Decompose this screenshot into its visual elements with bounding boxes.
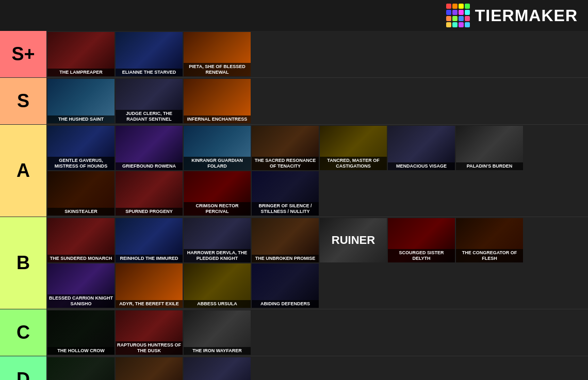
item-label: RAPTUROUS HUNTRESS OF THE DUSK xyxy=(116,341,183,355)
tier-items-a: GENTLE GAVERUS, MISTRESS OF HOUNDSGRIEFB… xyxy=(46,125,588,217)
tier-items-s: THE HUSHED SAINTJUDGE CLERIC, THE RADIAN… xyxy=(46,78,588,124)
tier-label-a: A xyxy=(0,125,46,217)
item-label: RUINER xyxy=(320,233,387,248)
tier-row-c: CTHE HOLLOW CROWRAPTUROUS HUNTRESS OF TH… xyxy=(0,309,588,356)
tier-row-s: STHE HUSHED SAINTJUDGE CLERIC, THE RADIA… xyxy=(0,78,588,125)
item-label: ABBESS URSULA xyxy=(184,300,251,308)
logo-grid-icon xyxy=(446,4,470,27)
logo-text: TiERMAKER xyxy=(475,6,578,25)
tier-item[interactable]: ABIDING DEFENDERS xyxy=(252,263,319,308)
tier-item[interactable]: THE HUSHED SAINT xyxy=(47,79,115,123)
tier-label-d: D xyxy=(0,356,46,380)
tier-item[interactable]: CRIMSON RECTOR PERCIVAL xyxy=(184,171,251,216)
tier-item[interactable]: HARROWER DERVLA, THE PLEDGED KNIGHT xyxy=(184,218,251,262)
tier-item[interactable]: DAMAROSE THE MARKED xyxy=(116,357,183,380)
item-label: REINHOLD THE IMMURED xyxy=(116,255,183,262)
item-label: SKINSTEALER xyxy=(47,208,115,216)
tier-item[interactable]: PIETA, SHE OF BLESSED RENEWAL xyxy=(184,32,251,76)
tier-item[interactable]: THE SACRED RESONANCE OF TENACITY xyxy=(252,126,319,170)
tier-item[interactable]: ELIANNE THE STARVED xyxy=(116,32,183,76)
tier-items-d: ANDREAS OF EBBDAMAROSE THE MARKEDHOLY BU… xyxy=(46,356,588,380)
tier-item[interactable]: THE UNBROKEN PROMISE xyxy=(252,218,319,262)
item-label: THE SACRED RESONANCE OF TENACITY xyxy=(252,157,319,170)
tier-item[interactable]: BLESSED CARRION KNIGHT SANISHO xyxy=(47,263,115,308)
tier-items-b: THE SUNDERED MONARCHREINHOLD THE IMMURED… xyxy=(46,217,588,309)
item-label: BRINGER OF SILENCE / STILLNESS / NULLITY xyxy=(252,202,319,216)
tier-item[interactable]: MENDACIOUS VISAGE xyxy=(388,126,455,170)
logo-cell xyxy=(452,10,458,15)
tier-items-sp: THE LAMPREAPERELIANNE THE STARVEDPIETA, … xyxy=(46,31,588,77)
tier-item-image xyxy=(47,357,115,380)
tier-label-s: S xyxy=(0,78,46,124)
logo-cell xyxy=(446,16,451,21)
tier-label-b: B xyxy=(0,217,46,309)
tier-item[interactable]: BRINGER OF SILENCE / STILLNESS / NULLITY xyxy=(252,171,319,216)
logo-cell xyxy=(465,22,470,27)
item-label: HARROWER DERVLA, THE PLEDGED KNIGHT xyxy=(184,249,251,262)
tier-item[interactable]: TANCRED, MASTER OF CASTIGATIONS xyxy=(320,126,387,170)
tier-item[interactable]: PALADIN'S BURDEN xyxy=(456,126,523,170)
logo-cell xyxy=(452,22,458,27)
tier-item[interactable]: GRIEFBOUND ROWENA xyxy=(116,126,183,170)
logo-cell xyxy=(459,10,464,15)
tier-items-c: THE HOLLOW CROWRAPTUROUS HUNTRESS OF THE… xyxy=(46,309,588,356)
tier-item[interactable]: ADYR, THE BEREFT EXILE xyxy=(116,263,183,308)
item-label: SPURNED PROGENY xyxy=(116,208,183,216)
item-label: THE SUNDERED MONARCH xyxy=(47,255,115,262)
tier-table: S+THE LAMPREAPERELIANNE THE STARVEDPIETA… xyxy=(0,31,588,380)
tier-item[interactable]: SKINSTEALER xyxy=(47,171,115,216)
logo-cell xyxy=(465,16,470,21)
tier-row-d: DANDREAS OF EBBDAMAROSE THE MARKEDHOLY B… xyxy=(0,356,588,380)
tier-item[interactable]: RAPTUROUS HUNTRESS OF THE DUSK xyxy=(116,310,183,355)
tier-item[interactable]: REINHOLD THE IMMURED xyxy=(116,218,183,262)
item-label: THE HOLLOW CROW xyxy=(47,347,115,355)
item-label: CRIMSON RECTOR PERCIVAL xyxy=(184,202,251,216)
tier-row-b: BTHE SUNDERED MONARCHREINHOLD THE IMMURE… xyxy=(0,217,588,309)
tier-item[interactable]: GENTLE GAVERUS, MISTRESS OF HOUNDS xyxy=(47,126,115,170)
tier-item[interactable]: INFERNAL ENCHANTRESS xyxy=(184,79,251,123)
tiermaker-logo: TiERMAKER xyxy=(446,4,578,27)
item-label: THE HUSHED SAINT xyxy=(47,115,115,123)
item-label: THE IRON WAYFARER xyxy=(184,347,251,355)
tier-item[interactable]: THE SUNDERED MONARCH xyxy=(47,218,115,262)
item-label: ADYR, THE BEREFT EXILE xyxy=(116,300,183,308)
item-label: KINRANGR GUARDIAN FOLARD xyxy=(184,157,251,170)
tier-item-image xyxy=(184,357,251,380)
tier-row-a: AGENTLE GAVERUS, MISTRESS OF HOUNDSGRIEF… xyxy=(0,125,588,217)
item-label: MENDACIOUS VISAGE xyxy=(388,162,455,170)
tier-item[interactable]: HOLY BULLWARK OTTO xyxy=(184,357,251,380)
item-label: THE UNBROKEN PROMISE xyxy=(252,255,319,262)
item-label: GENTLE GAVERUS, MISTRESS OF HOUNDS xyxy=(47,157,115,170)
logo-cell xyxy=(446,10,451,15)
logo-cell xyxy=(459,22,464,27)
logo-cell xyxy=(459,16,464,21)
item-label: GRIEFBOUND ROWENA xyxy=(116,162,183,170)
logo-cell xyxy=(446,22,451,27)
item-label: THE CONGREGATOR OF FLESH xyxy=(456,249,523,262)
item-label: JUDGE CLERIC, THE RADIANT SENTINEL xyxy=(116,110,183,123)
tier-item[interactable]: SCOURGED SISTER DELYTH xyxy=(388,218,455,262)
tier-item[interactable]: RUINER xyxy=(320,218,387,262)
item-label: PIETA, SHE OF BLESSED RENEWAL xyxy=(184,63,251,76)
tier-item[interactable]: ABBESS URSULA xyxy=(184,263,251,308)
logo-cell xyxy=(452,16,458,21)
tier-item[interactable]: THE LAMPREAPER xyxy=(47,32,115,76)
tier-item[interactable]: ANDREAS OF EBB xyxy=(47,357,115,380)
tier-item[interactable]: THE HOLLOW CROW xyxy=(47,310,115,355)
logo-cell xyxy=(465,4,470,9)
tier-label-sp: S+ xyxy=(0,31,46,77)
tier-item[interactable]: KINRANGR GUARDIAN FOLARD xyxy=(184,126,251,170)
logo-cell xyxy=(452,4,458,9)
item-label: TANCRED, MASTER OF CASTIGATIONS xyxy=(320,157,387,170)
tier-item[interactable]: THE CONGREGATOR OF FLESH xyxy=(456,218,523,262)
logo-cell xyxy=(446,4,451,9)
item-label: PALADIN'S BURDEN xyxy=(456,162,523,170)
header: TiERMAKER xyxy=(0,0,588,31)
logo-cell xyxy=(465,10,470,15)
item-label: ABIDING DEFENDERS xyxy=(252,300,319,308)
tier-item[interactable]: SPURNED PROGENY xyxy=(116,171,183,216)
tier-item[interactable]: JUDGE CLERIC, THE RADIANT SENTINEL xyxy=(116,79,183,123)
item-label: INFERNAL ENCHANTRESS xyxy=(184,115,251,123)
item-label: SCOURGED SISTER DELYTH xyxy=(388,249,455,262)
tier-item[interactable]: THE IRON WAYFARER xyxy=(184,310,251,355)
